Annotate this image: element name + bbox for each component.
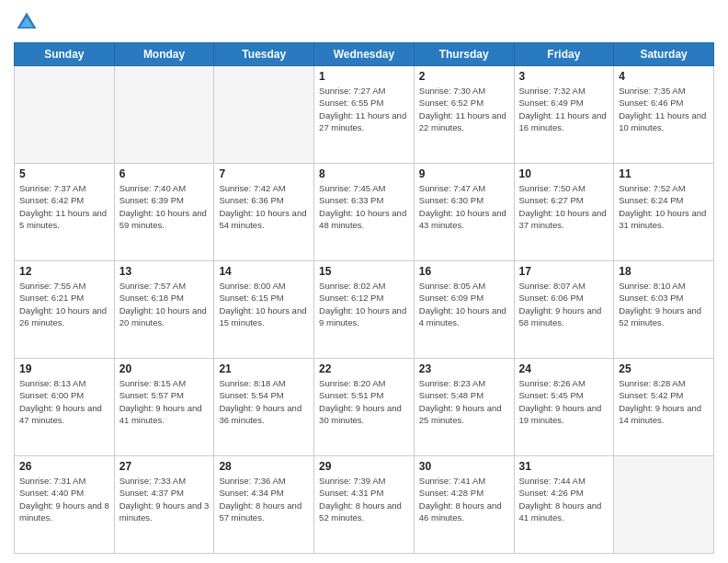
page: SundayMondayTuesdayWednesdayThursdayFrid… <box>0 0 728 563</box>
day-number: 1 <box>319 70 409 83</box>
day-info: Sunrise: 8:28 AMSunset: 5:42 PMDaylight:… <box>619 377 709 426</box>
day-number: 11 <box>619 167 709 180</box>
day-cell <box>15 66 115 164</box>
weekday-sunday: Sunday <box>15 43 115 66</box>
day-number: 23 <box>419 362 509 375</box>
day-info: Sunrise: 7:36 AMSunset: 4:34 PMDaylight:… <box>219 475 309 523</box>
day-cell: 25Sunrise: 8:28 AMSunset: 5:42 PMDayligh… <box>614 359 714 456</box>
day-info: Sunrise: 7:30 AMSunset: 6:52 PMDaylight:… <box>419 85 509 133</box>
day-number: 26 <box>19 460 109 473</box>
day-info: Sunrise: 7:27 AMSunset: 6:55 PMDaylight:… <box>319 85 409 133</box>
day-cell: 22Sunrise: 8:20 AMSunset: 5:51 PMDayligh… <box>314 359 415 456</box>
day-info: Sunrise: 7:45 AMSunset: 6:33 PMDaylight:… <box>319 182 409 231</box>
day-info: Sunrise: 8:26 AMSunset: 5:45 PMDaylight:… <box>519 377 609 426</box>
day-info: Sunrise: 7:44 AMSunset: 4:26 PMDaylight:… <box>519 475 609 523</box>
day-number: 30 <box>419 460 509 473</box>
day-info: Sunrise: 8:07 AMSunset: 6:06 PMDaylight:… <box>519 280 609 328</box>
day-info: Sunrise: 7:33 AMSunset: 4:37 PMDaylight:… <box>119 475 210 523</box>
day-cell <box>614 456 714 554</box>
day-cell <box>214 66 314 164</box>
day-cell: 30Sunrise: 7:41 AMSunset: 4:28 PMDayligh… <box>414 456 514 554</box>
day-info: Sunrise: 7:50 AMSunset: 6:27 PMDaylight:… <box>519 182 609 231</box>
day-cell: 8Sunrise: 7:45 AMSunset: 6:33 PMDaylight… <box>314 164 415 261</box>
day-cell: 18Sunrise: 8:10 AMSunset: 6:03 PMDayligh… <box>614 261 714 359</box>
day-number: 27 <box>119 460 210 473</box>
day-info: Sunrise: 7:39 AMSunset: 4:31 PMDaylight:… <box>319 475 409 523</box>
logo <box>14 9 41 35</box>
day-number: 6 <box>119 167 210 180</box>
day-cell: 13Sunrise: 7:57 AMSunset: 6:18 PMDayligh… <box>114 261 214 359</box>
day-info: Sunrise: 7:37 AMSunset: 6:42 PMDaylight:… <box>19 182 109 231</box>
day-number: 17 <box>519 265 609 278</box>
day-number: 25 <box>619 362 709 375</box>
weekday-friday: Friday <box>514 43 614 66</box>
day-cell: 26Sunrise: 7:31 AMSunset: 4:40 PMDayligh… <box>15 456 115 554</box>
day-cell <box>114 66 214 164</box>
week-row-5: 26Sunrise: 7:31 AMSunset: 4:40 PMDayligh… <box>15 456 714 554</box>
day-cell: 21Sunrise: 8:18 AMSunset: 5:54 PMDayligh… <box>214 359 314 456</box>
day-number: 12 <box>19 265 109 278</box>
day-number: 13 <box>119 265 210 278</box>
day-info: Sunrise: 8:15 AMSunset: 5:57 PMDaylight:… <box>119 377 210 426</box>
day-number: 7 <box>219 167 309 180</box>
weekday-header-row: SundayMondayTuesdayWednesdayThursdayFrid… <box>15 43 714 66</box>
calendar: SundayMondayTuesdayWednesdayThursdayFrid… <box>14 42 714 554</box>
day-info: Sunrise: 7:47 AMSunset: 6:30 PMDaylight:… <box>419 182 509 231</box>
day-number: 14 <box>219 265 309 278</box>
day-cell: 6Sunrise: 7:40 AMSunset: 6:39 PMDaylight… <box>114 164 214 261</box>
week-row-2: 5Sunrise: 7:37 AMSunset: 6:42 PMDaylight… <box>15 164 714 261</box>
weekday-thursday: Thursday <box>414 43 514 66</box>
day-cell: 2Sunrise: 7:30 AMSunset: 6:52 PMDaylight… <box>414 66 514 164</box>
day-info: Sunrise: 7:41 AMSunset: 4:28 PMDaylight:… <box>419 475 509 523</box>
weekday-saturday: Saturday <box>614 43 714 66</box>
day-cell: 31Sunrise: 7:44 AMSunset: 4:26 PMDayligh… <box>514 456 614 554</box>
day-cell: 7Sunrise: 7:42 AMSunset: 6:36 PMDaylight… <box>214 164 314 261</box>
day-info: Sunrise: 8:13 AMSunset: 6:00 PMDaylight:… <box>19 377 109 426</box>
day-number: 18 <box>619 265 709 278</box>
weekday-monday: Monday <box>114 43 214 66</box>
day-info: Sunrise: 7:57 AMSunset: 6:18 PMDaylight:… <box>119 280 210 328</box>
day-cell: 23Sunrise: 8:23 AMSunset: 5:48 PMDayligh… <box>414 359 514 456</box>
weekday-tuesday: Tuesday <box>214 43 314 66</box>
day-number: 16 <box>419 265 509 278</box>
day-info: Sunrise: 8:20 AMSunset: 5:51 PMDaylight:… <box>319 377 409 426</box>
day-info: Sunrise: 8:02 AMSunset: 6:12 PMDaylight:… <box>319 280 409 328</box>
day-cell: 29Sunrise: 7:39 AMSunset: 4:31 PMDayligh… <box>314 456 415 554</box>
day-cell: 5Sunrise: 7:37 AMSunset: 6:42 PMDaylight… <box>15 164 115 261</box>
day-number: 19 <box>19 362 109 375</box>
day-number: 22 <box>319 362 409 375</box>
week-row-4: 19Sunrise: 8:13 AMSunset: 6:00 PMDayligh… <box>15 359 714 456</box>
day-cell: 3Sunrise: 7:32 AMSunset: 6:49 PMDaylight… <box>514 66 614 164</box>
day-cell: 4Sunrise: 7:35 AMSunset: 6:46 PMDaylight… <box>614 66 714 164</box>
day-cell: 27Sunrise: 7:33 AMSunset: 4:37 PMDayligh… <box>114 456 214 554</box>
day-cell: 10Sunrise: 7:50 AMSunset: 6:27 PMDayligh… <box>514 164 614 261</box>
day-info: Sunrise: 7:40 AMSunset: 6:39 PMDaylight:… <box>119 182 210 231</box>
weekday-wednesday: Wednesday <box>314 43 415 66</box>
day-cell: 14Sunrise: 8:00 AMSunset: 6:15 PMDayligh… <box>214 261 314 359</box>
day-info: Sunrise: 8:10 AMSunset: 6:03 PMDaylight:… <box>619 280 709 328</box>
week-row-1: 1Sunrise: 7:27 AMSunset: 6:55 PMDaylight… <box>15 66 714 164</box>
day-cell: 16Sunrise: 8:05 AMSunset: 6:09 PMDayligh… <box>414 261 514 359</box>
day-info: Sunrise: 8:00 AMSunset: 6:15 PMDaylight:… <box>219 280 309 328</box>
day-cell: 11Sunrise: 7:52 AMSunset: 6:24 PMDayligh… <box>614 164 714 261</box>
day-cell: 19Sunrise: 8:13 AMSunset: 6:00 PMDayligh… <box>15 359 115 456</box>
day-cell: 1Sunrise: 7:27 AMSunset: 6:55 PMDaylight… <box>314 66 415 164</box>
logo-icon <box>14 9 40 35</box>
day-number: 29 <box>319 460 409 473</box>
day-info: Sunrise: 7:55 AMSunset: 6:21 PMDaylight:… <box>19 280 109 328</box>
day-info: Sunrise: 8:18 AMSunset: 5:54 PMDaylight:… <box>219 377 309 426</box>
day-number: 9 <box>419 167 509 180</box>
day-cell: 28Sunrise: 7:36 AMSunset: 4:34 PMDayligh… <box>214 456 314 554</box>
day-number: 5 <box>19 167 109 180</box>
day-number: 24 <box>519 362 609 375</box>
day-cell: 24Sunrise: 8:26 AMSunset: 5:45 PMDayligh… <box>514 359 614 456</box>
day-info: Sunrise: 8:23 AMSunset: 5:48 PMDaylight:… <box>419 377 509 426</box>
day-number: 15 <box>319 265 409 278</box>
day-number: 20 <box>119 362 210 375</box>
day-info: Sunrise: 8:05 AMSunset: 6:09 PMDaylight:… <box>419 280 509 328</box>
day-number: 21 <box>219 362 309 375</box>
week-row-3: 12Sunrise: 7:55 AMSunset: 6:21 PMDayligh… <box>15 261 714 359</box>
day-cell: 9Sunrise: 7:47 AMSunset: 6:30 PMDaylight… <box>414 164 514 261</box>
day-cell: 17Sunrise: 8:07 AMSunset: 6:06 PMDayligh… <box>514 261 614 359</box>
day-info: Sunrise: 7:42 AMSunset: 6:36 PMDaylight:… <box>219 182 309 231</box>
